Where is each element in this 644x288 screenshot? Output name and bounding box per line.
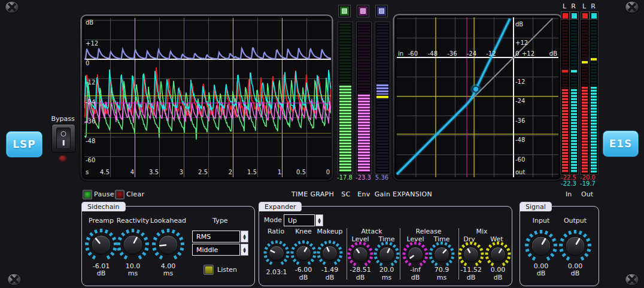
wet-unit: dB (494, 274, 503, 281)
e1s-logo-button[interactable]: E1S (603, 131, 639, 157)
out-meter-label: Out (581, 190, 593, 198)
bypass-rocker[interactable] (56, 128, 71, 149)
sidechain-source-dropdown[interactable]: Middle ▲▼ (192, 244, 248, 256)
sidechain-panel-title: Sidechain (81, 202, 126, 211)
xtick: 4.5 (100, 169, 110, 175)
attack-time-value: 20.0 (379, 266, 394, 274)
axis-unit: dB (515, 21, 523, 28)
release-level-unit: dB (411, 274, 420, 281)
bypass-switch[interactable] (51, 124, 75, 153)
green-square-icon (342, 8, 347, 14)
cyan-square-icon (572, 13, 577, 19)
pause-button[interactable] (83, 190, 92, 199)
env-level-meter (356, 22, 372, 174)
ytick: -36 (515, 117, 525, 124)
channel-label: R (571, 2, 576, 10)
input-label: Input (533, 217, 549, 225)
attack-level-unit: dB (356, 274, 365, 281)
dry-knob[interactable] (457, 241, 485, 268)
type-label: Type (212, 217, 227, 225)
knee-value: -6.00 (295, 266, 312, 274)
ytick: -48 (515, 137, 525, 143)
screw-icon (7, 273, 22, 286)
ytick: -60 (515, 156, 525, 163)
gain-legend: Gain (375, 190, 391, 198)
ratio-knob[interactable] (263, 240, 290, 267)
knee-knob[interactable] (290, 240, 317, 267)
green-led-icon (84, 192, 91, 198)
lookahead-unit: ms (163, 269, 173, 277)
listen-button[interactable] (203, 265, 214, 275)
dry-unit: dB (467, 274, 476, 281)
listen-label: Listen (217, 266, 237, 274)
red-square-icon (582, 13, 588, 19)
input-knob[interactable] (524, 229, 558, 263)
source-value[interactable]: Middle (192, 244, 240, 256)
xtick: 2 (229, 169, 232, 175)
release-time-knob[interactable] (428, 241, 455, 268)
spinner-arrows-icon[interactable]: ▲▼ (241, 231, 248, 242)
sc-meter-button[interactable] (338, 5, 351, 17)
xtick: -60 (408, 50, 418, 57)
bypass-led (59, 156, 66, 161)
ytick: +12 (515, 40, 528, 46)
release-level-knob[interactable] (402, 241, 429, 268)
env-legend: Env (357, 190, 370, 198)
makeup-unit: dB (326, 274, 335, 281)
in-left-meter (560, 19, 570, 175)
preamp-unit: dB (97, 269, 106, 277)
mode-dropdown[interactable]: Up ▲▼ (284, 214, 323, 226)
lookahead-label: Lookahead (150, 217, 186, 225)
xtick: -24 (467, 50, 476, 57)
in-right-value: -22.3 (561, 180, 576, 187)
expansion-label: EXPANSION (393, 190, 432, 198)
output-label: Output (564, 217, 587, 225)
plugin-window: LSP E1S Bypass (0, 0, 644, 288)
attack-time-knob[interactable] (373, 241, 400, 268)
attack-time-unit: ms (382, 274, 391, 281)
dry-value: -11.52 (460, 266, 481, 274)
preamp-knob[interactable] (84, 228, 119, 262)
xtick: 0 (326, 169, 330, 175)
gain-meter-button[interactable] (375, 5, 388, 17)
env-meter-button[interactable] (357, 5, 369, 17)
xtick: 0.5 (296, 169, 306, 175)
axis-unit: dB (549, 50, 557, 57)
clear-button[interactable] (115, 190, 124, 199)
ytick: -24 (86, 99, 95, 105)
spinner-arrows-icon[interactable]: ▲▼ (315, 214, 323, 226)
output-knob[interactable] (558, 229, 593, 263)
release-group-title: Release (416, 228, 442, 235)
attack-level-value: -28.51 (350, 266, 370, 274)
axis-unit: dB (86, 19, 93, 26)
bypass-label: Bypass (51, 115, 74, 123)
sidechain-type-dropdown[interactable]: RMS ▲▼ (192, 231, 248, 242)
lsp-logo-button[interactable]: LSP (6, 131, 42, 157)
xtick: 4 (130, 169, 134, 175)
sc-legend: SC (341, 190, 350, 198)
ytick: -12 (515, 78, 525, 85)
spinner-arrows-icon[interactable]: ▲▼ (241, 244, 248, 256)
cyan-square-icon (591, 13, 597, 19)
mode-value[interactable]: Up (284, 214, 315, 226)
time-graph-label: TIME GRAPH (291, 190, 334, 198)
reactivity-knob[interactable] (116, 228, 150, 262)
wet-knob[interactable] (484, 241, 512, 268)
mix-group-title: Mix (476, 228, 487, 235)
sc-meter-value: -17.8 (337, 174, 353, 181)
xtick: +12 (522, 50, 534, 57)
curve-dot-handle[interactable] (473, 86, 479, 92)
type-value[interactable]: RMS (192, 231, 240, 242)
env-meter-value: -23.3 (356, 174, 371, 181)
switch-on-icon (63, 140, 65, 145)
attack-level-knob[interactable] (347, 241, 374, 268)
ytick: -12 (86, 79, 95, 86)
lookahead-knob[interactable] (151, 228, 186, 262)
screw-icon (625, 273, 639, 286)
pause-label: Pause (94, 190, 114, 198)
reactivity-unit: ms (128, 269, 138, 277)
clear-label: Clear (126, 190, 144, 198)
channel-label: L (563, 2, 566, 10)
xtick: -48 (428, 50, 438, 57)
makeup-knob[interactable] (316, 240, 344, 267)
